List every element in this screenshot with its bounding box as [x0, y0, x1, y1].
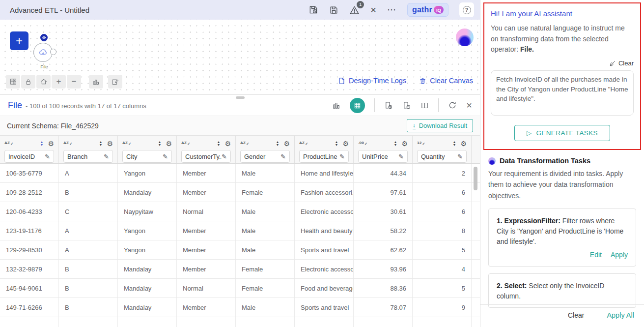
refresh-icon[interactable] — [448, 101, 457, 110]
add-column-icon[interactable] — [384, 101, 393, 110]
download-result-button[interactable]: ↓ Download Result — [407, 119, 473, 132]
sort-icon[interactable]: ▲▼ — [158, 141, 162, 146]
table-cell: Electronic accesso... — [295, 260, 354, 278]
save-icon[interactable] — [329, 5, 338, 15]
clear-query-button[interactable]: Clear — [609, 59, 634, 67]
clear-canvas-link[interactable]: Clear Canvas — [419, 77, 473, 85]
lock-icon[interactable] — [21, 75, 35, 89]
edit-column-icon[interactable]: ✎ — [222, 153, 227, 160]
sort-icon[interactable]: ▲▼ — [453, 141, 456, 146]
table-header-row: AZ✓▲▼⚙InvoiceID✎AZ✓▲▼⚙Branch✎AZ✓▲▼⚙City✎… — [0, 136, 480, 164]
table-cell: B — [59, 298, 118, 317]
table-cell: Sports and travel — [295, 298, 354, 317]
column-settings-icon[interactable]: ⚙ — [283, 140, 290, 147]
edit-column-icon[interactable]: ✎ — [104, 153, 109, 160]
column-name-input[interactable]: UnitPrice✎ — [358, 150, 408, 163]
ai-assistant-panel: Hi! I am your AI assistant You can use n… — [483, 2, 641, 150]
task-apply-link[interactable]: Apply — [611, 250, 628, 260]
zoom-in-icon[interactable]: + — [52, 75, 66, 89]
table-cell: 30.61 — [354, 202, 413, 221]
column-settings-icon[interactable]: ⚙ — [342, 140, 349, 147]
column-header-ProductLine: AZ✓▲▼⚙ProductLine✎ — [295, 136, 354, 163]
home-fit-icon[interactable] — [36, 75, 51, 89]
ai-assistant-orb[interactable] — [456, 29, 474, 46]
clear-tasks-button[interactable]: Clear — [568, 311, 584, 319]
task-edit-link[interactable]: Edit — [590, 250, 602, 260]
divider — [374, 98, 375, 112]
apply-all-button[interactable]: Apply All — [607, 311, 634, 319]
table-cell: B — [59, 260, 118, 278]
panel-resize-handle[interactable] — [236, 96, 245, 99]
table-cell: 5 — [413, 279, 472, 297]
metrics-chart-icon[interactable] — [89, 75, 103, 89]
column-name: City — [126, 153, 163, 160]
gathr-logo: gathr — [412, 5, 432, 14]
column-name-input[interactable]: ProductLine✎ — [299, 150, 349, 163]
column-name-input[interactable]: Branch✎ — [63, 150, 113, 163]
tasks-section: Data Transformation Tasks Your requireme… — [480, 150, 644, 304]
column-name-input[interactable]: CustomerTy...✎ — [181, 150, 231, 163]
tasks-title: Data Transformation Tasks — [500, 157, 590, 165]
column-settings-icon[interactable]: ⚙ — [401, 140, 408, 147]
table-cell: A — [59, 240, 118, 259]
column-name-input[interactable]: Gender✎ — [240, 150, 290, 163]
nl-query-input[interactable]: Fetch InvoiceID of all the purchases mad… — [491, 70, 634, 116]
table-cell: Yangon — [118, 240, 177, 259]
chart-view-icon[interactable] — [332, 101, 340, 110]
column-name-input[interactable]: Quantity✎ — [417, 150, 467, 163]
edit-column-icon[interactable]: ✎ — [457, 153, 463, 160]
save-version-icon[interactable] — [308, 5, 318, 15]
node-output-port[interactable] — [50, 49, 56, 55]
table-cell: 58.22 — [354, 221, 413, 240]
remove-column-icon[interactable] — [402, 101, 411, 110]
result-panel-title[interactable]: File — [8, 100, 22, 111]
overview-grid-icon[interactable] — [6, 75, 20, 89]
column-settings-icon[interactable]: ⚙ — [48, 140, 54, 147]
sort-icon[interactable]: ▲▼ — [99, 141, 103, 146]
pipeline-canvas[interactable]: + File — [0, 20, 480, 94]
column-settings-icon[interactable]: ⚙ — [166, 140, 172, 147]
result-record-count: - 100 of 100 records with 17 of 17 colum… — [26, 102, 146, 110]
edit-column-icon[interactable]: ✎ — [398, 153, 404, 160]
design-time-logs-link[interactable]: Design-Time Logs — [338, 77, 406, 85]
sort-icon[interactable]: ▲▼ — [217, 141, 221, 146]
table-cell: B — [59, 183, 118, 202]
notes-icon[interactable] — [108, 75, 122, 89]
edit-column-icon[interactable]: ✎ — [339, 153, 345, 160]
column-settings-icon[interactable]: ⚙ — [224, 140, 231, 147]
column-name-input[interactable]: InvoiceID✎ — [4, 150, 54, 163]
edit-column-icon[interactable]: ✎ — [163, 153, 168, 160]
sort-icon[interactable]: ▲▼ — [335, 141, 338, 146]
vertical-scrollbar[interactable] — [474, 167, 477, 190]
generate-tasks-button[interactable]: ▷ GENERATE TASKS — [514, 125, 610, 141]
sort-icon[interactable]: ▲▼ — [394, 141, 397, 146]
column-settings-icon[interactable]: ⚙ — [460, 140, 467, 147]
close-pipeline-icon[interactable]: × — [370, 4, 376, 16]
table-cell: Female — [236, 183, 295, 202]
table-cell — [236, 317, 295, 327]
column-name-input[interactable]: City✎ — [122, 150, 172, 163]
table-cell: Member — [177, 260, 236, 278]
column-settings-icon[interactable]: ⚙ — [107, 140, 113, 147]
help-button[interactable]: ? — [459, 2, 474, 17]
zoom-out-icon[interactable]: − — [67, 75, 81, 89]
edit-column-icon[interactable]: ✎ — [280, 153, 286, 160]
column-type-icon: AZ✓ — [4, 141, 13, 146]
more-options-icon[interactable]: ⋯ — [387, 4, 396, 15]
close-panel-icon[interactable]: × — [466, 100, 472, 111]
warnings-icon[interactable]: 1 — [349, 5, 360, 15]
table-cell: Normal — [177, 202, 236, 221]
preview-eye-icon[interactable] — [40, 34, 48, 41]
gathr-iq-button[interactable]: gathr IQ — [407, 3, 448, 17]
file-node[interactable]: File — [32, 34, 56, 69]
sort-icon[interactable]: ▲▼ — [276, 141, 280, 146]
table-cell: A — [59, 164, 118, 182]
table-cell: Member — [177, 240, 236, 259]
table-view-icon[interactable] — [350, 98, 365, 113]
sort-icon[interactable]: ▲▼ — [40, 141, 44, 146]
table-cell-clipped — [472, 298, 480, 317]
edit-column-icon[interactable]: ✎ — [45, 153, 50, 160]
split-view-icon[interactable] — [420, 101, 429, 110]
canvas-links: Design-Time Logs Clear Canvas — [338, 77, 473, 85]
add-operator-button[interactable]: + — [10, 31, 28, 50]
